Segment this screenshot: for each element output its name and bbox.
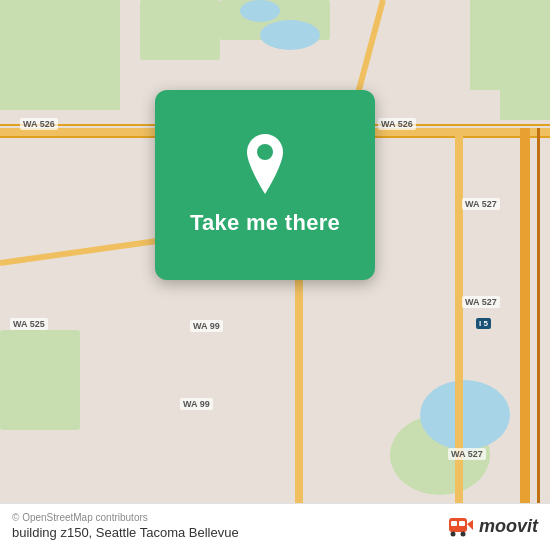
map-container: WA 526 WA 526 WA 527 WA 527 WA 99 WA 99 … [0, 0, 550, 550]
green-area-4 [500, 60, 550, 120]
road-label-wa526-right: WA 526 [378, 118, 416, 130]
road-label-wa527-bottom: WA 527 [448, 448, 486, 460]
highway-i5 [520, 128, 530, 550]
green-area-2 [140, 0, 220, 60]
button-label: Take me there [190, 210, 340, 236]
highway-wa527 [455, 128, 463, 550]
road-label-i5: I 5 [476, 318, 491, 329]
water-1 [260, 20, 320, 50]
bottom-info: © OpenStreetMap contributors building z1… [12, 512, 239, 540]
road-label-wa526-left: WA 526 [20, 118, 58, 130]
moovit-logo: moovit [447, 512, 538, 540]
location-text: building z150, Seattle Tacoma Bellevue [12, 525, 239, 540]
take-me-there-button[interactable]: Take me there [155, 90, 375, 280]
attribution-text: © OpenStreetMap contributors [12, 512, 239, 523]
moovit-text: moovit [479, 516, 538, 537]
svg-rect-2 [451, 521, 457, 526]
road-label-wa99-left: WA 99 [190, 320, 223, 332]
road-label-wa525: WA 525 [10, 318, 48, 330]
road-label-wa527-right2: WA 527 [462, 296, 500, 308]
water-2 [240, 0, 280, 22]
bottom-bar: © OpenStreetMap contributors building z1… [0, 503, 550, 550]
road-label-wa527-right1: WA 527 [462, 198, 500, 210]
highway-i5-line [537, 128, 540, 550]
svg-point-5 [460, 532, 465, 537]
green-area-1 [0, 0, 120, 110]
moovit-bus-icon [447, 512, 475, 540]
svg-rect-3 [459, 521, 465, 526]
water-lake [420, 380, 510, 450]
road-label-wa99-bottom: WA 99 [180, 398, 213, 410]
location-pin-icon [241, 134, 289, 194]
green-area-6 [0, 330, 80, 430]
svg-point-4 [450, 532, 455, 537]
svg-point-0 [257, 144, 273, 160]
